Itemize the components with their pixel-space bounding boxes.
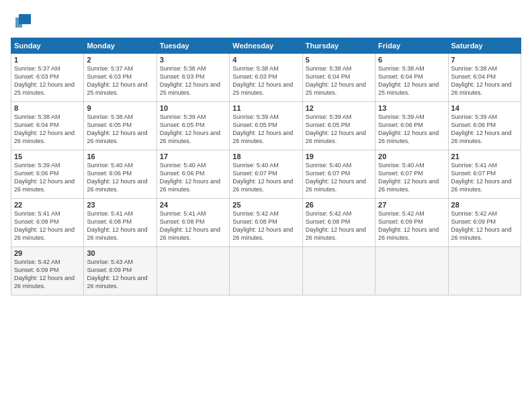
calendar-cell: 19Sunrise: 5:40 AMSunset: 6:07 PMDayligh… xyxy=(302,150,375,199)
calendar-week-5: 29Sunrise: 5:42 AMSunset: 6:09 PMDayligh… xyxy=(11,247,521,295)
day-number: 25 xyxy=(232,201,299,209)
day-number: 2 xyxy=(87,56,153,64)
calendar-cell xyxy=(448,247,521,295)
calendar-cell: 20Sunrise: 5:40 AMSunset: 6:07 PMDayligh… xyxy=(375,150,448,199)
day-number: 4 xyxy=(232,56,299,64)
calendar-header-row: SundayMondayTuesdayWednesdayThursdayFrid… xyxy=(11,38,521,54)
day-info: Sunrise: 5:37 AMSunset: 6:03 PMDaylight:… xyxy=(87,64,153,97)
calendar-cell: 21Sunrise: 5:41 AMSunset: 6:07 PMDayligh… xyxy=(448,150,521,199)
day-info: Sunrise: 5:41 AMSunset: 6:07 PMDaylight:… xyxy=(451,161,518,194)
day-info: Sunrise: 5:39 AMSunset: 6:06 PMDaylight:… xyxy=(14,161,81,194)
day-info: Sunrise: 5:38 AMSunset: 6:05 PMDaylight:… xyxy=(87,113,153,146)
day-number: 30 xyxy=(87,249,153,257)
day-number: 6 xyxy=(378,56,445,64)
day-info: Sunrise: 5:38 AMSunset: 6:04 PMDaylight:… xyxy=(14,113,81,146)
day-number: 24 xyxy=(160,201,226,209)
calendar-cell: 18Sunrise: 5:40 AMSunset: 6:07 PMDayligh… xyxy=(230,150,302,199)
day-info: Sunrise: 5:38 AMSunset: 6:04 PMDaylight:… xyxy=(451,64,518,97)
calendar-header-monday: Monday xyxy=(84,38,157,54)
header xyxy=(11,11,521,31)
calendar-cell: 12Sunrise: 5:39 AMSunset: 6:05 PMDayligh… xyxy=(302,102,375,150)
calendar-header-thursday: Thursday xyxy=(302,38,375,54)
day-info: Sunrise: 5:39 AMSunset: 6:05 PMDaylight:… xyxy=(232,113,299,146)
day-info: Sunrise: 5:41 AMSunset: 6:08 PMDaylight:… xyxy=(14,210,81,242)
day-info: Sunrise: 5:42 AMSunset: 6:09 PMDaylight:… xyxy=(14,258,81,291)
calendar-cell: 4Sunrise: 5:38 AMSunset: 6:03 PMDaylight… xyxy=(230,54,302,102)
calendar-cell: 25Sunrise: 5:42 AMSunset: 6:08 PMDayligh… xyxy=(230,199,302,247)
day-info: Sunrise: 5:38 AMSunset: 6:03 PMDaylight:… xyxy=(160,64,226,97)
calendar-header-sunday: Sunday xyxy=(11,38,84,54)
calendar-week-2: 8Sunrise: 5:38 AMSunset: 6:04 PMDaylight… xyxy=(11,102,521,150)
day-info: Sunrise: 5:38 AMSunset: 6:04 PMDaylight:… xyxy=(378,64,445,97)
calendar-cell: 26Sunrise: 5:42 AMSunset: 6:08 PMDayligh… xyxy=(302,199,375,247)
calendar-cell: 27Sunrise: 5:42 AMSunset: 6:09 PMDayligh… xyxy=(375,199,448,247)
calendar-cell: 2Sunrise: 5:37 AMSunset: 6:03 PMDaylight… xyxy=(84,54,157,102)
calendar-cell: 24Sunrise: 5:41 AMSunset: 6:08 PMDayligh… xyxy=(157,199,229,247)
calendar-cell: 23Sunrise: 5:41 AMSunset: 6:08 PMDayligh… xyxy=(84,199,157,247)
day-number: 15 xyxy=(14,152,81,161)
calendar-cell: 17Sunrise: 5:40 AMSunset: 6:06 PMDayligh… xyxy=(157,150,229,199)
day-info: Sunrise: 5:43 AMSunset: 6:09 PMDaylight:… xyxy=(87,258,153,291)
day-number: 10 xyxy=(160,104,226,112)
day-number: 3 xyxy=(160,56,226,64)
calendar-table: SundayMondayTuesdayWednesdayThursdayFrid… xyxy=(11,38,521,295)
day-info: Sunrise: 5:40 AMSunset: 6:07 PMDaylight:… xyxy=(306,161,372,194)
calendar-cell: 16Sunrise: 5:40 AMSunset: 6:06 PMDayligh… xyxy=(84,150,157,199)
day-number: 12 xyxy=(306,104,372,112)
page: SundayMondayTuesdayWednesdayThursdayFrid… xyxy=(0,0,532,411)
calendar-cell: 30Sunrise: 5:43 AMSunset: 6:09 PMDayligh… xyxy=(84,247,157,295)
calendar-cell: 13Sunrise: 5:39 AMSunset: 6:06 PMDayligh… xyxy=(375,102,448,150)
calendar-cell: 1Sunrise: 5:37 AMSunset: 6:03 PMDaylight… xyxy=(11,54,84,102)
day-info: Sunrise: 5:41 AMSunset: 6:08 PMDaylight:… xyxy=(160,210,226,242)
day-number: 28 xyxy=(451,201,518,209)
calendar-cell: 3Sunrise: 5:38 AMSunset: 6:03 PMDaylight… xyxy=(157,54,229,102)
calendar-cell: 14Sunrise: 5:39 AMSunset: 6:06 PMDayligh… xyxy=(448,102,521,150)
day-number: 7 xyxy=(451,56,518,64)
day-info: Sunrise: 5:40 AMSunset: 6:07 PMDaylight:… xyxy=(378,161,445,194)
day-number: 13 xyxy=(378,104,445,112)
calendar-cell: 5Sunrise: 5:38 AMSunset: 6:04 PMDaylight… xyxy=(302,54,375,102)
calendar-week-1: 1Sunrise: 5:37 AMSunset: 6:03 PMDaylight… xyxy=(11,54,521,102)
day-info: Sunrise: 5:38 AMSunset: 6:04 PMDaylight:… xyxy=(306,64,372,97)
day-info: Sunrise: 5:42 AMSunset: 6:08 PMDaylight:… xyxy=(306,210,372,242)
calendar-header-saturday: Saturday xyxy=(448,38,521,54)
day-number: 11 xyxy=(232,104,299,112)
day-info: Sunrise: 5:37 AMSunset: 6:03 PMDaylight:… xyxy=(14,64,81,97)
day-number: 23 xyxy=(87,201,153,209)
calendar-week-4: 22Sunrise: 5:41 AMSunset: 6:08 PMDayligh… xyxy=(11,199,521,247)
day-number: 19 xyxy=(306,152,372,161)
svg-marker-1 xyxy=(15,17,22,28)
day-info: Sunrise: 5:40 AMSunset: 6:06 PMDaylight:… xyxy=(160,161,226,194)
day-number: 17 xyxy=(160,152,226,161)
day-number: 8 xyxy=(14,104,81,112)
calendar-cell: 10Sunrise: 5:39 AMSunset: 6:05 PMDayligh… xyxy=(157,102,229,150)
calendar-cell: 28Sunrise: 5:42 AMSunset: 6:09 PMDayligh… xyxy=(448,199,521,247)
calendar-cell: 22Sunrise: 5:41 AMSunset: 6:08 PMDayligh… xyxy=(11,199,84,247)
day-info: Sunrise: 5:39 AMSunset: 6:06 PMDaylight:… xyxy=(451,113,518,146)
calendar-cell: 29Sunrise: 5:42 AMSunset: 6:09 PMDayligh… xyxy=(11,247,84,295)
day-number: 29 xyxy=(14,249,81,257)
day-info: Sunrise: 5:41 AMSunset: 6:08 PMDaylight:… xyxy=(87,210,153,242)
logo-icon xyxy=(12,11,32,31)
calendar-cell xyxy=(230,247,302,295)
day-number: 14 xyxy=(451,104,518,112)
day-number: 26 xyxy=(306,201,372,209)
calendar-header-tuesday: Tuesday xyxy=(157,38,229,54)
day-info: Sunrise: 5:40 AMSunset: 6:07 PMDaylight:… xyxy=(232,161,299,194)
calendar-cell xyxy=(302,247,375,295)
calendar-cell xyxy=(157,247,229,295)
calendar-header-friday: Friday xyxy=(375,38,448,54)
calendar-cell xyxy=(375,247,448,295)
day-number: 9 xyxy=(87,104,153,112)
day-info: Sunrise: 5:40 AMSunset: 6:06 PMDaylight:… xyxy=(87,161,153,194)
day-info: Sunrise: 5:42 AMSunset: 6:09 PMDaylight:… xyxy=(378,210,445,242)
calendar-cell: 11Sunrise: 5:39 AMSunset: 6:05 PMDayligh… xyxy=(230,102,302,150)
calendar-header-wednesday: Wednesday xyxy=(230,38,302,54)
logo xyxy=(11,11,32,31)
calendar-cell: 8Sunrise: 5:38 AMSunset: 6:04 PMDaylight… xyxy=(11,102,84,150)
day-number: 5 xyxy=(306,56,372,64)
calendar-cell: 15Sunrise: 5:39 AMSunset: 6:06 PMDayligh… xyxy=(11,150,84,199)
day-info: Sunrise: 5:38 AMSunset: 6:03 PMDaylight:… xyxy=(232,64,299,97)
calendar-week-3: 15Sunrise: 5:39 AMSunset: 6:06 PMDayligh… xyxy=(11,150,521,199)
day-number: 22 xyxy=(14,201,81,209)
